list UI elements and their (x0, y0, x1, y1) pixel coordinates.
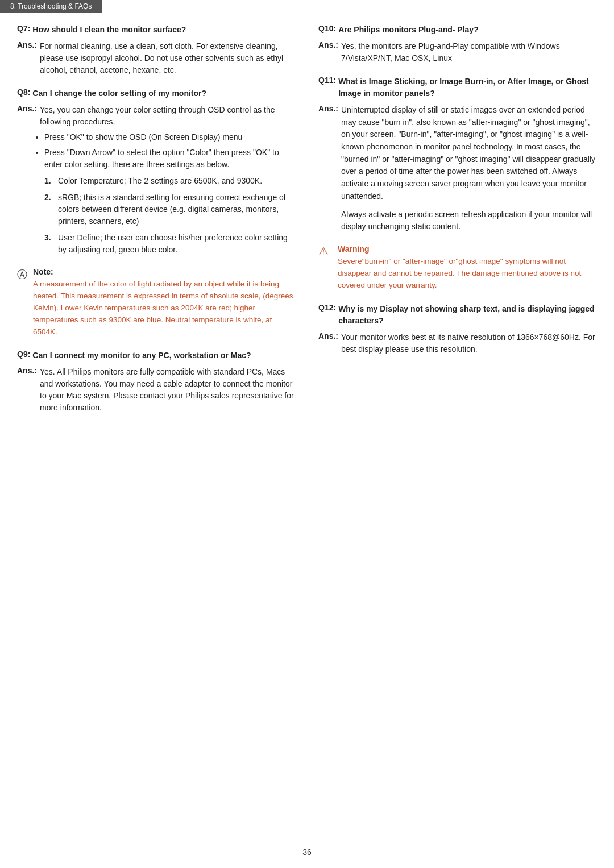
bullet-item-2: Press "Down Arrow" to select the option … (44, 147, 296, 171)
ans11-text: Uninterrupted display of still or static… (341, 104, 597, 203)
q9-block: Q9: Can I connect my monitor to any PC, … (17, 350, 296, 414)
ans9-text: Yes. All Philips monitors are fully comp… (40, 366, 296, 414)
q12-text: Why is my Display not showing sharp text… (338, 303, 597, 327)
warning-icon: ⚠ (318, 244, 333, 258)
ans12-block: Ans.: Your monitor works best at its nat… (318, 331, 597, 355)
numbered-item-3-text: User Define; the user can choose his/her… (58, 232, 296, 256)
q11-block: Q11: What is Image Sticking, or Image Bu… (318, 76, 597, 233)
ans11-label: Ans.: (318, 104, 339, 233)
ans7-text: For normal cleaning, use a clean, soft c… (40, 40, 296, 76)
warning-title: Warning (338, 244, 597, 254)
q10-text: Are Philips monitors Plug-and- Play? (338, 24, 597, 36)
ans8-block: Ans.: Yes, you can change your color set… (17, 104, 296, 128)
numbered-item-1: 1. Color Temperature; The 2 settings are… (44, 175, 296, 187)
ans8-text: Yes, you can change your color setting t… (40, 104, 296, 128)
q8-question: Q8: Can I change the color setting of my… (17, 88, 296, 99)
numbered-item-3: 3. User Define; the user can choose his/… (44, 232, 296, 256)
ans7-label: Ans.: (17, 40, 38, 76)
warning-content: Warning Severe"burn-in" or "after-image"… (338, 244, 597, 292)
q10-label: Q10: (318, 24, 336, 36)
ans10-text: Yes, the monitors are Plug-and-Play comp… (341, 40, 597, 64)
numbered-item-2: 2. sRGB; this is a standard setting for … (44, 192, 296, 227)
q8-bullet-list: Press "OK" to show the OSD (On Screen Di… (44, 131, 296, 171)
ans9-label: Ans.: (17, 366, 38, 414)
page: 8. Troubleshooting & FAQs Q7: How should… (0, 0, 614, 868)
q7-text: How should I clean the monitor surface? (32, 24, 296, 36)
q7-label: Q7: (17, 24, 30, 36)
q11-label: Q11: (318, 76, 336, 99)
ans11-text2: Always activate a periodic screen refres… (341, 209, 597, 233)
note-icon: Ⓐ (17, 268, 30, 281)
q11-question: Q11: What is Image Sticking, or Image Bu… (318, 76, 597, 99)
warning-text: Severe"burn-in" or "after-image" or"ghos… (338, 256, 597, 292)
breadcrumb: 8. Troubleshooting & FAQs (0, 0, 102, 13)
q9-text: Can I connect my monitor to any PC, work… (32, 350, 296, 362)
q8-text: Can I change the color setting of my mon… (32, 88, 296, 99)
note-box: Ⓐ Note: A measurement of the color of li… (17, 267, 296, 338)
note-title: Note: (33, 267, 296, 276)
q9-question: Q9: Can I connect my monitor to any PC, … (17, 350, 296, 362)
q10-block: Q10: Are Philips monitors Plug-and- Play… (318, 24, 597, 64)
right-column: Q10: Are Philips monitors Plug-and- Play… (313, 24, 597, 825)
note-content: Note: A measurement of the color of ligh… (33, 267, 296, 338)
ans7-block: Ans.: For normal cleaning, use a clean, … (17, 40, 296, 76)
q12-question: Q12: Why is my Display not showing sharp… (318, 303, 597, 327)
q8-numbered-list: 1. Color Temperature; The 2 settings are… (44, 175, 296, 256)
content-area: Q7: How should I clean the monitor surfa… (0, 13, 614, 842)
q9-label: Q9: (17, 350, 30, 362)
numbered-item-2-text: sRGB; this is a standard setting for ens… (58, 192, 296, 227)
q7-block: Q7: How should I clean the monitor surfa… (17, 24, 296, 76)
q12-block: Q12: Why is my Display not showing sharp… (318, 303, 597, 355)
ans12-text: Your monitor works best at its native re… (341, 331, 597, 355)
q12-label: Q12: (318, 303, 336, 327)
numbered-item-1-text: Color Temperature; The 2 settings are 65… (58, 175, 262, 187)
page-number: 36 (0, 842, 614, 868)
q7-question: Q7: How should I clean the monitor surfa… (17, 24, 296, 36)
ans8-label: Ans.: (17, 104, 38, 128)
ans11-block: Ans.: Uninterrupted display of still or … (318, 104, 597, 233)
q11-text: What is Image Sticking, or Image Burn-in… (338, 76, 597, 99)
ans10-block: Ans.: Yes, the monitors are Plug-and-Pla… (318, 40, 597, 64)
q8-block: Q8: Can I change the color setting of my… (17, 88, 296, 256)
note-text: A measurement of the color of light radi… (33, 279, 296, 338)
ans10-label: Ans.: (318, 40, 339, 64)
ans12-label: Ans.: (318, 331, 339, 355)
warning-box: ⚠ Warning Severe"burn-in" or "after-imag… (318, 244, 597, 292)
ans9-block: Ans.: Yes. All Philips monitors are full… (17, 366, 296, 414)
q10-question: Q10: Are Philips monitors Plug-and- Play… (318, 24, 597, 36)
q8-label: Q8: (17, 88, 30, 99)
bullet-item-1: Press "OK" to show the OSD (On Screen Di… (44, 131, 296, 143)
left-column: Q7: How should I clean the monitor surfa… (17, 24, 313, 825)
